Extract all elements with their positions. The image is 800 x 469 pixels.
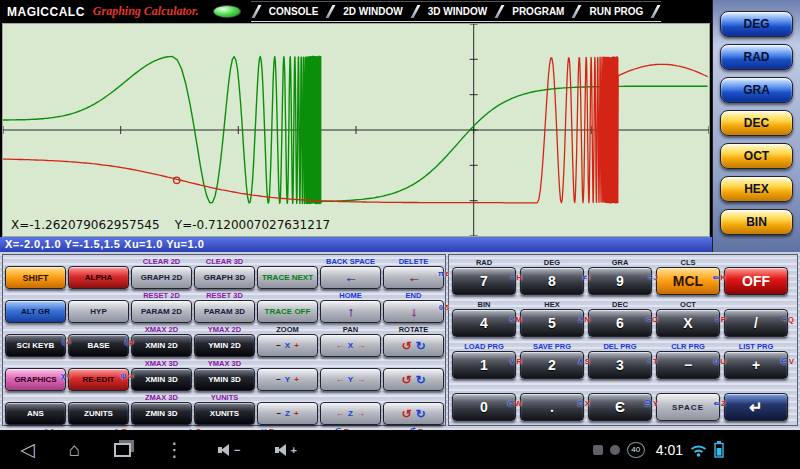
- side-button-bin[interactable]: BIN: [720, 209, 793, 235]
- key-cell: YUNITSXUNITS: [194, 393, 255, 425]
- key-x[interactable]: X: [656, 309, 720, 337]
- key-2[interactable]: 2: [520, 351, 584, 379]
- key-trace-next[interactable]: TRACE NEXT: [257, 266, 318, 289]
- key-mcl[interactable]: MCL: [656, 267, 720, 295]
- tab-run-prog[interactable]: RUN PROG: [580, 4, 652, 19]
- key-xunits[interactable]: XUNITS: [194, 402, 255, 425]
- key-graph-2d[interactable]: GRAPH 2D: [131, 266, 192, 289]
- side-button-dec[interactable]: DEC: [720, 110, 793, 136]
- key-7[interactable]: 7: [452, 267, 516, 295]
- key-ymin-2d[interactable]: YMIN 2D: [194, 334, 255, 357]
- volume-down-sign: −: [234, 444, 240, 456]
- key-5[interactable]: 5: [520, 309, 584, 337]
- key-6[interactable]: 6: [588, 309, 652, 337]
- key-trace-off[interactable]: TRACE OFF: [257, 300, 318, 323]
- tab-console[interactable]: CONSOLE: [260, 4, 327, 19]
- key-cell: BACK SPACE←: [320, 257, 381, 289]
- tab-program[interactable]: PROGRAM: [503, 4, 573, 19]
- cap-clear-2d: CLEAR 2D: [131, 257, 192, 266]
- key-sci-keyb[interactable]: SCI KEYB: [5, 334, 66, 357]
- key-8[interactable]: 8: [520, 267, 584, 295]
- key-hyp[interactable]: HYP: [68, 300, 129, 323]
- key-blank[interactable]: ↺↻: [383, 334, 444, 357]
- cap-reset-3d: RESET 3D: [194, 291, 255, 300]
- key-blank[interactable]: −: [656, 351, 720, 379]
- key-4[interactable]: 4: [452, 309, 516, 337]
- key-row: SCI KEYBζλBASEξμXMAX 2DXMIN 2DYMAX 2DYMI…: [5, 325, 443, 357]
- volume-down-button[interactable]: −: [218, 443, 240, 457]
- key-alpha[interactable]: ALPHA: [68, 266, 129, 289]
- key-ans[interactable]: ANS: [5, 402, 66, 425]
- key-z[interactable]: ←Z→: [320, 402, 381, 425]
- key-blank[interactable]: .: [520, 393, 584, 421]
- tab-3d-window[interactable]: 3D WINDOW: [419, 4, 496, 19]
- home-button[interactable]: ⌂: [69, 440, 80, 459]
- key-blank[interactable]: ←: [383, 266, 444, 289]
- key-blank[interactable]: ↵: [724, 393, 788, 421]
- side-button-hex[interactable]: HEX: [720, 176, 793, 202]
- tab-2d-window[interactable]: 2D WINDOW: [334, 4, 411, 19]
- menu-icon: ⋮: [165, 440, 184, 459]
- key-blank[interactable]: /: [724, 309, 788, 337]
- key-param-2d[interactable]: PARAM 2D: [131, 300, 192, 323]
- key-1[interactable]: 1: [452, 351, 516, 379]
- alt-char-labels: πε: [438, 269, 449, 278]
- key-blank[interactable]: ←: [320, 266, 381, 289]
- key-3[interactable]: 3: [588, 351, 652, 379]
- key-zmin-3d[interactable]: ZMIN 3D: [131, 402, 192, 425]
- graph-panel[interactable]: X=-1.262079062957545 Y=-0.71200070276312…: [2, 23, 710, 237]
- cap-blank: [320, 393, 381, 402]
- cap-blank: [452, 384, 516, 393]
- key-shift[interactable]: SHIFT: [5, 266, 66, 289]
- key-cell: ANS: [5, 393, 66, 425]
- cap-blank: [257, 393, 318, 402]
- key-y[interactable]: ←Y→: [320, 368, 381, 391]
- key-xmin-3d[interactable]: XMIN 3D: [131, 368, 192, 391]
- key-alt-gr[interactable]: ALT GR: [5, 300, 66, 323]
- key-cell: LIST PRG+∈V: [724, 342, 788, 379]
- alt-char-labels: ⊃X: [577, 399, 590, 408]
- key-z[interactable]: −Z+: [257, 402, 318, 425]
- key-row: RAD7≡HDEG8≠IGRA9≈JCLSMCL⇐KOFF: [452, 258, 794, 295]
- side-button-gra[interactable]: GRA: [720, 77, 793, 103]
- key-9[interactable]: 9: [588, 267, 652, 295]
- key-off[interactable]: OFF: [724, 267, 788, 295]
- key-cell: PAN←X→: [320, 325, 381, 357]
- key-cell: CLEAR 2DGRAPH 2D: [131, 257, 192, 289]
- cap-blank: [320, 359, 381, 368]
- key-xmin-2d[interactable]: XMIN 2D: [131, 334, 192, 357]
- side-button-deg[interactable]: DEG: [720, 11, 793, 37]
- system-status-area[interactable]: 40 4:01: [593, 430, 724, 469]
- key-space[interactable]: SPACE: [656, 393, 720, 421]
- key-param-3d[interactable]: PARAM 3D: [194, 300, 255, 323]
- menu-button[interactable]: ⋮: [165, 440, 184, 459]
- key-zunits[interactable]: ZUNITS: [68, 402, 129, 425]
- key-x[interactable]: ←X→: [320, 334, 381, 357]
- key-blank[interactable]: Є: [588, 393, 652, 421]
- key-cell: YMAX 3DYMIN 3D: [194, 359, 255, 391]
- back-button[interactable]: ◁: [20, 440, 35, 459]
- key-cell: ↺↻: [383, 393, 444, 425]
- alt-char-labels: ¬Q: [782, 315, 794, 324]
- cap-blank: [257, 257, 318, 266]
- key-graphics[interactable]: GRAPHICS: [5, 368, 66, 391]
- cap-blank: [383, 393, 444, 402]
- key-graph-3d[interactable]: GRAPH 3D: [194, 266, 255, 289]
- key-blank[interactable]: ↓: [383, 300, 444, 323]
- key-y[interactable]: −Y+: [257, 368, 318, 391]
- side-button-rad[interactable]: RAD: [720, 44, 793, 70]
- alt-char-labels: ≤M: [510, 315, 522, 324]
- graph-canvas[interactable]: [3, 24, 709, 236]
- volume-up-button[interactable]: +: [275, 443, 297, 457]
- key-cell: OFF: [724, 258, 788, 295]
- key-base[interactable]: BASE: [68, 334, 129, 357]
- key-blank[interactable]: ↺↻: [383, 368, 444, 391]
- key-blank[interactable]: ↺↻: [383, 402, 444, 425]
- alt-char-labels: ∨R: [509, 357, 522, 366]
- recents-button[interactable]: [114, 443, 131, 457]
- key-blank[interactable]: +: [724, 351, 788, 379]
- key-blank[interactable]: ↑: [320, 300, 381, 323]
- key-x[interactable]: −X+: [257, 334, 318, 357]
- side-button-oct[interactable]: OCT: [720, 143, 793, 169]
- key-ymin-3d[interactable]: YMIN 3D: [194, 368, 255, 391]
